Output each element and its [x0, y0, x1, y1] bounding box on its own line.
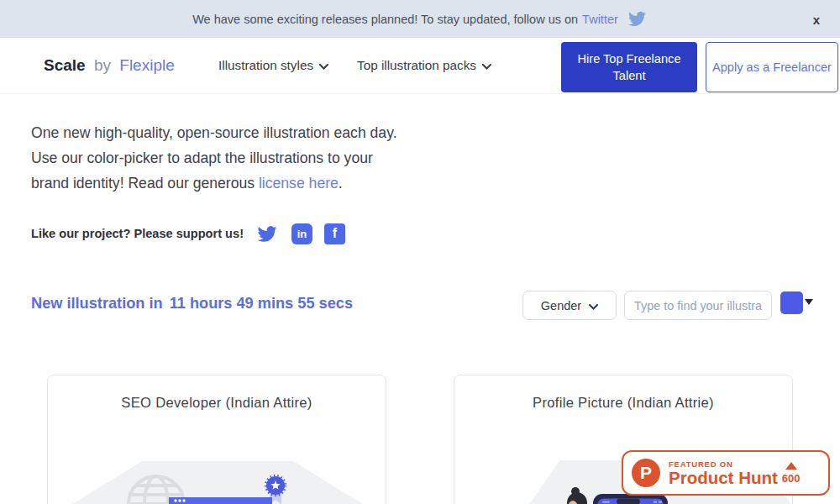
nav-illustration-styles[interactable]: Illustration styles [218, 58, 328, 73]
color-picker-swatch[interactable] [780, 291, 803, 314]
intro-paragraph: One new high-quality, open-source illust… [31, 120, 411, 196]
upvote-block[interactable]: 600 [782, 462, 801, 485]
linkedin-icon[interactable]: in [291, 223, 312, 244]
gender-dropdown-label: Gender [541, 299, 581, 312]
logo-by: by [94, 56, 111, 74]
chevron-down-icon [319, 58, 328, 73]
chevron-down-icon [589, 299, 598, 312]
nav-illustration-styles-label: Illustration styles [218, 58, 313, 73]
license-link[interactable]: license here [259, 175, 339, 192]
countdown: New illustration in 11 hours 49 mins 55 … [31, 295, 353, 312]
card-title: Profile Picture (Indian Attrie) [454, 395, 792, 412]
search-input[interactable] [624, 291, 772, 320]
twitter-icon[interactable] [627, 10, 648, 28]
logo-scale: Scale [44, 56, 86, 74]
countdown-time: 11 hours 49 mins 55 secs [170, 295, 353, 312]
header: Scale by Flexiple Illustration styles To… [0, 38, 840, 94]
gender-dropdown[interactable]: Gender [522, 291, 617, 320]
nav-top-illustration-packs-label: Top illustration packs [357, 58, 476, 73]
countdown-prefix: New illustration in [31, 295, 163, 312]
hire-talent-button[interactable]: Hire Top Freelance Talent [561, 42, 697, 92]
support-label: Like our project? Please support us! [31, 227, 244, 240]
twitter-link[interactable]: Twitter [582, 13, 618, 26]
promo-banner: We have some exciting releases planned! … [0, 0, 840, 38]
illustration-card-seo-developer[interactable]: SEO Developer (Indian Attire) [47, 375, 386, 504]
seo-developer-illustration [48, 459, 386, 504]
promo-message: We have some exciting releases planned! … [192, 13, 578, 26]
product-hunt-badge[interactable]: P FEATURED ON Product Hunt 600 [622, 450, 830, 496]
chevron-down-icon [482, 58, 491, 73]
color-picker-caret-icon[interactable] [805, 299, 813, 305]
facebook-icon[interactable]: f [324, 223, 345, 244]
card-title: SEO Developer (Indian Attire) [48, 395, 386, 412]
logo[interactable]: Scale by Flexiple [44, 56, 175, 75]
upvote-count: 600 [782, 472, 801, 485]
support-row: Like our project? Please support us! in … [31, 221, 345, 246]
logo-flexiple: Flexiple [119, 56, 174, 74]
product-hunt-logo-icon: P [632, 459, 660, 487]
close-icon[interactable]: x [813, 12, 820, 26]
twitter-icon[interactable] [255, 224, 279, 244]
intro-period: . [339, 175, 343, 192]
product-hunt-name: Product Hunt [669, 469, 778, 486]
nav-top-illustration-packs[interactable]: Top illustration packs [357, 58, 491, 73]
upvote-arrow-icon [785, 462, 797, 470]
product-hunt-text: FEATURED ON Product Hunt [669, 459, 778, 486]
apply-freelancer-button[interactable]: Apply as a Freelancer [706, 42, 838, 92]
page: We have some exciting releases planned! … [0, 0, 840, 504]
